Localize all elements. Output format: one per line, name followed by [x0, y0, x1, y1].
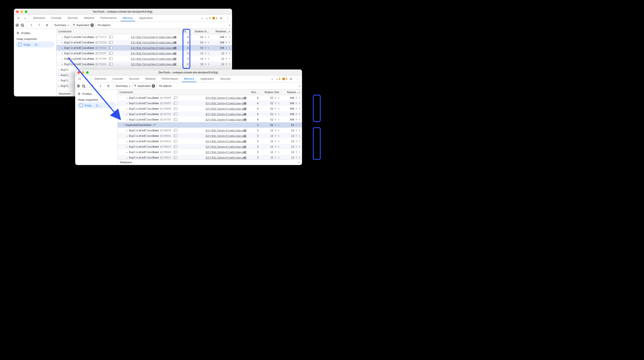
reveal-icon[interactable]: [174, 102, 176, 104]
disclosure-triangle-icon[interactable]: [62, 36, 63, 39]
clear-filter-icon[interactable]: ✕: [152, 84, 155, 88]
download-icon[interactable]: ↧: [36, 22, 42, 28]
source-link[interactable]: XJrrEgL?anon=true&view=:42: [206, 145, 246, 148]
reveal-icon[interactable]: [109, 36, 111, 38]
more-tabs-icon[interactable]: »: [200, 15, 205, 21]
upload-icon[interactable]: ↥: [28, 22, 34, 28]
tab-application[interactable]: Application: [137, 15, 155, 21]
table-row[interactable]: DuplicatedClassName @139695XJrrEgL?anon=…: [118, 95, 302, 100]
kebab-menu-icon[interactable]: ⋮: [225, 15, 230, 21]
table-row[interactable]: DuplicatedClassName @139697XJrrEgL?anon=…: [118, 100, 302, 106]
clear-icon[interactable]: [82, 84, 85, 87]
disclosure-triangle-icon[interactable]: [126, 156, 128, 159]
disclosure-triangle-icon[interactable]: [62, 46, 63, 49]
kebab-menu-icon[interactable]: ⋮: [294, 76, 300, 82]
tab-sources[interactable]: Sources: [127, 76, 142, 82]
source-link[interactable]: XJrrEgL?anon=true&view=:42: [206, 140, 246, 143]
reveal-icon[interactable]: [174, 97, 176, 99]
disclosure-triangle-icon[interactable]: [126, 140, 128, 143]
settings-icon[interactable]: ⚙: [218, 15, 224, 21]
download-icon[interactable]: ↧: [98, 83, 103, 89]
source-link[interactable]: XJrrEgL?nocache=true&view=:42: [131, 52, 176, 55]
tab-network[interactable]: Network: [143, 76, 158, 82]
reveal-icon[interactable]: [109, 47, 111, 49]
disclosure-triangle-icon[interactable]: [126, 129, 128, 132]
reveal-icon[interactable]: [174, 157, 176, 159]
profiles-header[interactable]: ⚙Profiles: [14, 30, 56, 36]
reveal-icon[interactable]: [109, 52, 111, 54]
tab-application[interactable]: Application: [198, 76, 216, 82]
disclosure-triangle-icon[interactable]: [62, 63, 63, 66]
disclosure-triangle-icon[interactable]: [58, 68, 60, 71]
source-link[interactable]: XJrrEgL?anon=true&view=:48: [206, 118, 246, 121]
objects-filter-dropdown[interactable]: All objects: [98, 23, 230, 27]
disclosure-triangle-icon[interactable]: [126, 96, 128, 99]
disclosure-triangle-icon[interactable]: [58, 84, 60, 87]
table-row[interactable]: DuplicatedClassName ×73840 %840 %: [118, 122, 302, 128]
tab-console[interactable]: Console: [110, 76, 125, 82]
col-shallow-size[interactable]: Shallow Si…: [190, 30, 211, 33]
tab-console[interactable]: Console: [49, 15, 64, 21]
table-row[interactable]: DuplicatedClassName @139699XJrrEgL?anon=…: [118, 106, 302, 111]
reveal-icon[interactable]: [174, 113, 176, 115]
minimize-window-icon[interactable]: [20, 10, 23, 13]
col-constructor[interactable]: Constructor: [118, 91, 248, 94]
reveal-icon[interactable]: [174, 108, 176, 110]
close-window-icon[interactable]: [77, 71, 80, 74]
table-row[interactable]: DuplicatedClassName @139647XJrrEgL?anon=…: [118, 144, 302, 149]
table-row[interactable]: DuplicatedClassName @175197XJrrEgL?nocac…: [56, 51, 232, 56]
table-body[interactable]: DuplicatedClassName @139695XJrrEgL?anon=…: [118, 95, 302, 159]
source-link[interactable]: XJrrEgL?anon=true&view=:42: [206, 151, 246, 154]
col-distance[interactable]: Di…: [178, 30, 190, 33]
more-tabs-icon[interactable]: »: [270, 76, 275, 82]
col-distance[interactable]: Dist…: [248, 91, 260, 94]
class-filter[interactable]: duplicated ✕: [132, 84, 157, 88]
source-link[interactable]: XJrrEgL?anon=true&view=:48: [206, 102, 246, 105]
record-icon[interactable]: [77, 84, 80, 87]
clear-filter-icon[interactable]: ✕: [90, 23, 94, 27]
tab-network[interactable]: Network: [82, 15, 97, 21]
clear-icon[interactable]: [21, 24, 24, 27]
source-link[interactable]: XJrrEgL?anon=true&view=:42: [206, 156, 246, 159]
zoom-window-icon[interactable]: [86, 71, 89, 74]
titlebar[interactable]: DevTools - codepen.io/web-dot-dev/pen/XJ…: [14, 9, 232, 15]
col-shallow-size[interactable]: Shallow Size: [260, 91, 281, 94]
close-window-icon[interactable]: [16, 10, 19, 13]
table-row[interactable]: DuplicatedClassName @139643XJrrEgL?anon=…: [118, 138, 302, 144]
reveal-icon[interactable]: [109, 63, 111, 65]
class-filter[interactable]: duplicated ✕: [71, 23, 96, 27]
col-retained-size[interactable]: Retaine…: [281, 91, 302, 94]
reveal-icon[interactable]: [174, 135, 176, 137]
source-link[interactable]: XJrrEgL?nocache=true&view=:48: [131, 46, 176, 49]
table-row[interactable]: DuplicatedClassName @175199XJrrEgL?nocac…: [56, 56, 232, 61]
device-toggle-icon[interactable]: ▭: [84, 76, 89, 82]
table-row[interactable]: DuplicatedClassName @139703XJrrEgL?anon=…: [118, 117, 302, 122]
device-toggle-icon[interactable]: ▭: [22, 15, 28, 21]
upload-icon[interactable]: ↥: [90, 83, 96, 89]
tab-elements[interactable]: Elements: [92, 76, 108, 82]
gc-icon[interactable]: 🗑: [44, 22, 50, 28]
source-link[interactable]: XJrrEgL?nocache=true&view=:48: [131, 41, 176, 44]
reveal-icon[interactable]: [174, 140, 176, 142]
disclosure-triangle-icon[interactable]: [126, 113, 128, 116]
retainers-pane[interactable]: Retainers: [118, 159, 302, 165]
tab-memory[interactable]: Memory: [120, 15, 135, 21]
warnings-badge[interactable]: 6: [276, 77, 280, 80]
disclosure-triangle-icon[interactable]: [126, 134, 128, 137]
reveal-icon[interactable]: [109, 58, 111, 60]
warnings-badge[interactable]: 2: [206, 17, 210, 20]
source-link[interactable]: XJrrEgL?anon=true&view=:48: [206, 113, 246, 116]
hamburger-icon[interactable]: [298, 161, 300, 164]
disclosure-triangle-icon[interactable]: [126, 107, 128, 110]
table-row[interactable]: DuplicatedClassName @175201XJrrEgL?nocac…: [56, 61, 232, 67]
disclosure-triangle-icon[interactable]: [62, 52, 63, 55]
tab-performance[interactable]: Performance: [160, 76, 180, 82]
issues-badge[interactable]: 2: [212, 17, 217, 20]
table-row[interactable]: DuplicatedClassName @139651XJrrEgL?anon=…: [118, 155, 302, 159]
table-row[interactable]: DuplicatedClassName @175261XJrrEgL?nocac…: [56, 45, 232, 51]
disclosure-triangle-icon[interactable]: [126, 118, 128, 121]
gc-icon[interactable]: 🗑: [106, 83, 111, 89]
inspect-icon[interactable]: ⿻: [16, 15, 21, 21]
summary-dropdown[interactable]: Summary: [54, 23, 69, 27]
table-row[interactable]: DuplicatedClassName @139641XJrrEgL?anon=…: [118, 133, 302, 138]
